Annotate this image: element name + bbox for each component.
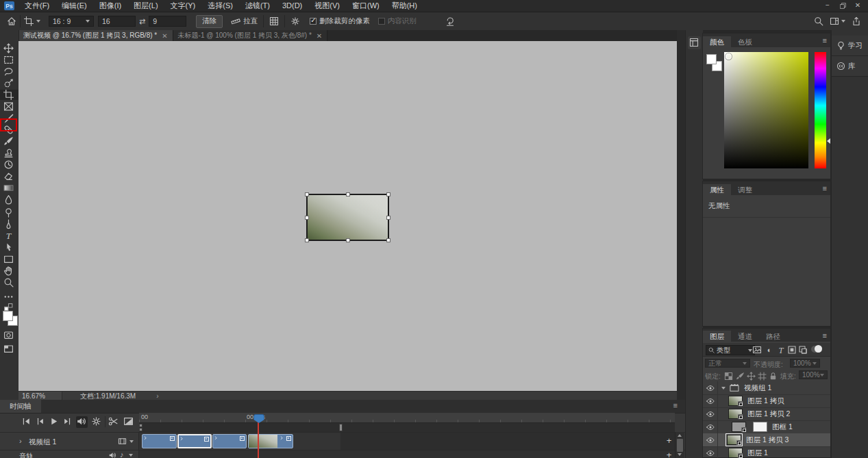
lock-artboard-icon[interactable]: [758, 372, 767, 381]
layer-row-frame[interactable]: 图框 1: [703, 420, 830, 434]
frame-thumbnail[interactable]: [753, 422, 767, 432]
lock-pixels-icon[interactable]: [736, 372, 745, 381]
lock-position-icon[interactable]: [747, 372, 756, 381]
layer-name[interactable]: 图框 1: [772, 422, 793, 432]
visibility-eye-icon[interactable]: [703, 446, 718, 458]
tab-close-icon[interactable]: ✕: [162, 32, 167, 40]
tab-layers[interactable]: 图层: [703, 331, 731, 342]
straighten-label[interactable]: 拉直: [243, 16, 258, 26]
menu-edit[interactable]: 编辑(E): [55, 0, 93, 12]
work-area-start-handle[interactable]: [139, 424, 142, 427]
path-selection-tool[interactable]: [3, 242, 15, 253]
foreground-color-swatch[interactable]: [3, 311, 13, 321]
group-expand-caret-icon[interactable]: [721, 387, 726, 390]
menu-file[interactable]: 文件(F): [18, 0, 55, 12]
track-media-icon[interactable]: [118, 437, 127, 446]
foreground-background-swatches[interactable]: [3, 311, 16, 325]
menu-image[interactable]: 图像(I): [93, 0, 127, 12]
layer-thumbnail[interactable]: [727, 435, 741, 445]
color-picker-ring[interactable]: [726, 53, 732, 60]
blur-tool[interactable]: [3, 194, 15, 205]
crop-tool[interactable]: [0, 90, 18, 100]
menu-select[interactable]: 选择(S): [201, 0, 239, 12]
timeline-ruler[interactable]: 00 00:30s: [139, 413, 675, 422]
filter-smart-object-icon[interactable]: [798, 345, 808, 355]
fill-select[interactable]: 100%: [799, 370, 828, 379]
filter-type-icon[interactable]: T: [776, 345, 786, 355]
layer-thumbnail[interactable]: [728, 409, 743, 419]
hue-slider[interactable]: [815, 52, 826, 168]
mute-audio-button[interactable]: [76, 416, 88, 428]
crop-handle[interactable]: [386, 216, 390, 220]
crop-handle[interactable]: [346, 192, 350, 196]
visibility-eye-icon[interactable]: [703, 420, 718, 433]
type-tool[interactable]: T: [3, 231, 15, 241]
quick-mask-button[interactable]: [3, 330, 15, 340]
close-button[interactable]: ✕: [850, 0, 865, 12]
marquee-tool[interactable]: [3, 55, 15, 65]
split-at-playhead-button[interactable]: [108, 416, 120, 428]
lasso-tool[interactable]: [3, 66, 15, 77]
visibility-eye-icon[interactable]: [703, 394, 718, 407]
rectangle-tool[interactable]: [3, 254, 15, 264]
crop-settings-gear-icon[interactable]: [290, 16, 300, 26]
overlay-options-icon[interactable]: [269, 16, 279, 26]
scroll-up-icon[interactable]: [678, 434, 682, 437]
track-media-caret-icon[interactable]: [129, 440, 134, 443]
add-audio-button[interactable]: +: [664, 450, 674, 458]
history-brush-tool[interactable]: [3, 160, 15, 170]
filter-shape-icon[interactable]: [787, 345, 797, 355]
layer-thumbnail[interactable]: [728, 396, 743, 406]
timeline-scrollbar[interactable]: [675, 432, 684, 458]
document-tab-active[interactable]: 测试视频 @ 16.7% (图层 1 拷贝 3, RGB/8) * ✕: [18, 30, 173, 41]
menu-help[interactable]: 帮助(H): [386, 0, 423, 12]
search-icon[interactable]: [814, 16, 823, 26]
menu-type[interactable]: 文字(Y): [164, 0, 202, 12]
crop-handle[interactable]: [386, 238, 390, 242]
hue-slider-marker-icon[interactable]: [827, 138, 830, 144]
layer-name[interactable]: 图层 1 拷贝 2: [747, 409, 790, 419]
video-frame-image[interactable]: [306, 194, 389, 241]
delete-cropped-pixels-label[interactable]: 删除裁剪的像素: [319, 16, 370, 26]
video-clip-4[interactable]: [248, 434, 293, 448]
next-frame-button[interactable]: [62, 416, 74, 428]
crop-handle[interactable]: [346, 238, 350, 242]
blend-mode-select[interactable]: 正常: [705, 359, 750, 368]
tab-paths[interactable]: 路径: [759, 331, 787, 342]
visibility-eye-icon[interactable]: [703, 433, 718, 446]
layer-name[interactable]: 视频组 1: [744, 383, 771, 393]
tab-color[interactable]: 颜色: [703, 36, 731, 47]
crop-handle[interactable]: [305, 216, 309, 220]
layer-row[interactable]: 图层 1 拷贝 2: [703, 407, 830, 421]
menu-3d[interactable]: 3D(D): [276, 0, 308, 12]
layers-panel-menu-icon[interactable]: ≡: [823, 331, 826, 340]
color-panel-menu-icon[interactable]: ≡: [823, 36, 826, 44]
visibility-eye-icon[interactable]: [703, 381, 718, 394]
timeline-tab[interactable]: 时间轴: [0, 400, 41, 413]
layer-name[interactable]: 图层 1 拷贝 3: [746, 435, 789, 445]
audio-options-caret-icon[interactable]: [129, 454, 133, 457]
play-button[interactable]: [49, 416, 60, 428]
filter-image-icon[interactable]: [752, 345, 762, 355]
restore-button[interactable]: [835, 0, 850, 12]
move-tool[interactable]: [3, 43, 15, 53]
share-icon[interactable]: [852, 16, 861, 26]
libraries-panel-button[interactable]: 库: [832, 56, 868, 77]
crop-handle[interactable]: [386, 192, 390, 196]
opacity-select[interactable]: 100%: [790, 359, 820, 368]
video-clip-2-selected[interactable]: [177, 434, 212, 448]
add-media-button[interactable]: +: [664, 436, 674, 446]
pen-tool[interactable]: [3, 219, 15, 229]
filter-adjustment-icon[interactable]: ◐: [765, 345, 774, 355]
layer-row-selected[interactable]: 图层 1 拷贝 3: [703, 433, 830, 447]
previous-frame-button[interactable]: [35, 416, 47, 428]
video-clip-1[interactable]: [142, 434, 177, 448]
scroll-down-icon[interactable]: [678, 453, 682, 456]
audio-mute-icon[interactable]: [108, 451, 116, 458]
crop-width-input[interactable]: 16: [98, 16, 136, 27]
document-tab-inactive[interactable]: 未标题-1 @ 100% (图层 1 拷贝 3, 灰色/8#) * ✕: [173, 30, 328, 41]
quick-selection-tool[interactable]: [3, 78, 15, 88]
tab-close-icon[interactable]: ✕: [317, 32, 322, 40]
scrollbar-thumb[interactable]: [677, 439, 683, 452]
filter-toggle-icon[interactable]: [811, 346, 822, 353]
